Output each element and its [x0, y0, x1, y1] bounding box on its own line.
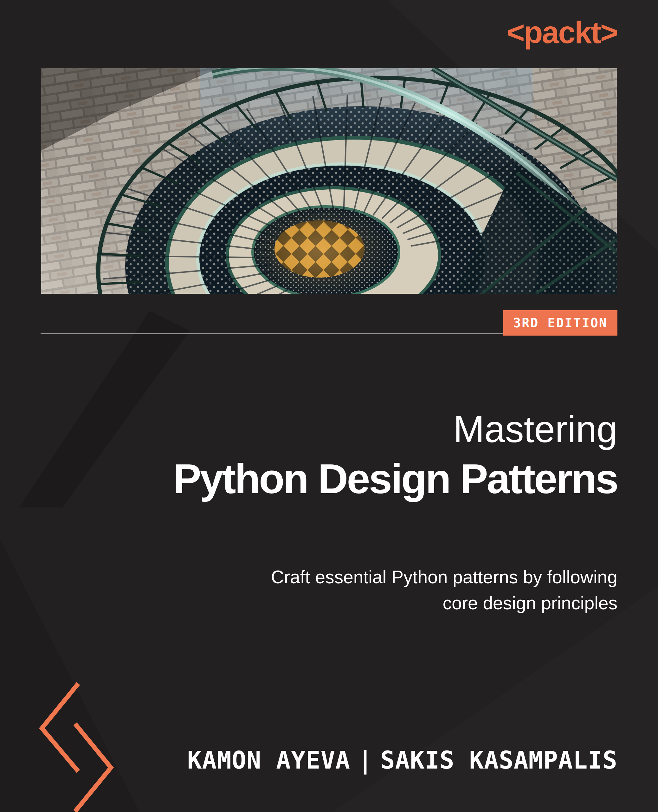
title-block: Mastering Python Design Patterns — [41, 407, 617, 504]
title-line-1: Mastering — [41, 407, 617, 451]
subtitle-line-1: Craft essential Python patterns by follo… — [41, 564, 617, 590]
packt-logo: <packt> — [507, 14, 617, 51]
divider-line — [41, 333, 503, 334]
title-line-2: Python Design Patterns — [41, 454, 617, 504]
subtitle: Craft essential Python patterns by follo… — [41, 564, 617, 616]
edition-badge: 3RD EDITION — [503, 310, 617, 336]
subtitle-line-2: core design principles — [41, 590, 617, 616]
cover-photo-spiral-staircase — [41, 68, 617, 294]
author-separator: | — [350, 746, 380, 774]
spiral-staircase-illustration — [41, 68, 617, 294]
author-name-1: KAMON AYEVA — [187, 746, 350, 774]
book-cover: <packt> — [0, 0, 658, 812]
background-facet — [333, 587, 658, 812]
authors-line: KAMON AYEVA|SAKIS KASAMPALIS — [41, 746, 617, 774]
author-name-2: SAKIS KASAMPALIS — [380, 746, 617, 774]
